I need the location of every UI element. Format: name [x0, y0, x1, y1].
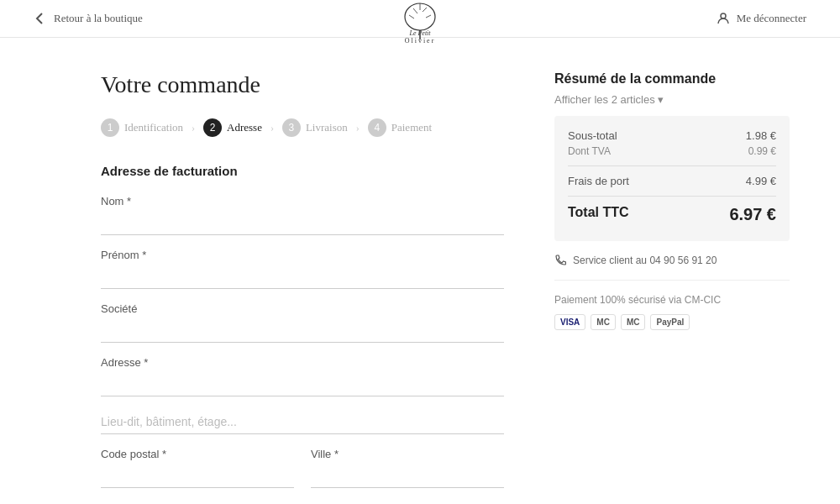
lieudit-input[interactable]	[101, 410, 504, 434]
societe-group: Société	[101, 302, 504, 343]
svg-line-4	[413, 8, 417, 13]
societe-label: Société	[101, 302, 504, 315]
sous-total-row: Sous-total 1.98 €	[568, 129, 776, 142]
step-3-label: Livraison	[306, 121, 348, 134]
step-livraison: 3 Livraison	[282, 118, 348, 137]
ville-label: Ville *	[311, 448, 504, 460]
svg-text:Olivier: Olivier	[405, 37, 436, 44]
dont-tva-label: Dont TVA	[568, 145, 611, 157]
step-paiement: 4 Paiement	[368, 118, 432, 137]
summary-box: Sous-total 1.98 € Dont TVA 0.99 € Frais …	[554, 116, 790, 241]
paypal-icon: PayPal	[650, 314, 690, 330]
adresse-group: Adresse *	[101, 356, 504, 396]
step-2-num: 2	[203, 118, 222, 137]
svg-text:CRÈ & SALON DE PROVENCE: CRÈ & SALON DE PROVENCE	[391, 0, 449, 1]
step-adresse: 2 Adresse	[203, 118, 262, 137]
step-1-num: 1	[101, 118, 119, 137]
payment-icons-row: VISA MC MC PayPal	[554, 314, 790, 330]
step-1-label: Identification	[124, 121, 183, 134]
nom-input[interactable]	[101, 211, 504, 235]
svg-line-5	[423, 8, 427, 12]
service-row: Service client au 04 90 56 91 20	[554, 255, 790, 281]
logo-icon: CRÈ & SALON DE PROVENCE Le Petit Olivier	[391, 0, 449, 44]
step-4-label: Paiement	[391, 121, 432, 134]
summary-divider	[568, 165, 776, 166]
lieudit-group	[101, 410, 504, 434]
service-label: Service client au 04 90 56 91 20	[573, 255, 717, 266]
prenom-label: Prénom *	[101, 249, 504, 261]
dont-tva-value: 0.99 €	[748, 145, 776, 157]
chevron-left-icon	[34, 12, 47, 25]
svg-line-6	[426, 15, 431, 18]
step-3-num: 3	[282, 118, 301, 137]
sous-total-value: 1.98 €	[746, 129, 776, 142]
codepostal-ville-row: Code postal * Ville *	[101, 448, 504, 501]
summary-divider-2	[568, 196, 776, 197]
frais-port-value: 4.99 €	[746, 175, 776, 187]
dont-tva-row: Dont TVA 0.99 €	[568, 145, 776, 157]
total-label: Total TTC	[568, 205, 629, 224]
sous-total-label: Sous-total	[568, 129, 617, 142]
codepostal-group: Code postal *	[101, 448, 294, 488]
step-4-num: 4	[368, 118, 386, 137]
main-content: Votre commande 1 Identification › 2 Adre…	[0, 38, 840, 504]
prenom-group: Prénom *	[101, 249, 504, 289]
svg-line-3	[409, 15, 414, 18]
frais-port-row: Frais de port 4.99 €	[568, 175, 776, 187]
step-sep-1: ›	[192, 122, 195, 134]
nom-label: Nom *	[101, 195, 504, 207]
show-articles-button[interactable]: Afficher les 2 articles ▾	[554, 93, 790, 106]
step-2-label: Adresse	[227, 121, 262, 134]
total-value: 6.97 €	[729, 205, 776, 224]
back-label: Retour à la boutique	[54, 12, 143, 25]
billing-section-title: Adresse de facturation	[101, 164, 504, 178]
page-title: Votre commande	[101, 71, 504, 98]
ville-input[interactable]	[311, 464, 504, 488]
logout-button[interactable]: Me déconnecter	[717, 12, 806, 25]
step-sep-2: ›	[270, 122, 274, 134]
logo: CRÈ & SALON DE PROVENCE Le Petit Olivier	[391, 0, 449, 44]
show-articles-arrow: ▾	[658, 93, 664, 106]
mastercard-icon-2: MC	[621, 314, 646, 330]
payment-secure-label: Paiement 100% sécurisé via CM-CIC	[554, 294, 790, 306]
back-button[interactable]: Retour à la boutique	[34, 12, 143, 25]
adresse-label: Adresse *	[101, 356, 504, 369]
total-row: Total TTC 6.97 €	[568, 205, 776, 224]
mastercard-icon-1: MC	[591, 314, 616, 330]
frais-port-label: Frais de port	[568, 175, 629, 187]
step-sep-3: ›	[356, 122, 360, 134]
prenom-input[interactable]	[101, 265, 504, 289]
summary-title: Résumé de la commande	[554, 71, 790, 87]
phone-icon	[554, 255, 566, 266]
logout-label: Me déconnecter	[737, 12, 806, 25]
svg-text:Le Petit: Le Petit	[408, 29, 431, 37]
steps-nav: 1 Identification › 2 Adresse › 3 Livrais…	[101, 118, 504, 137]
svg-point-10	[721, 13, 726, 18]
codepostal-input[interactable]	[101, 464, 294, 488]
codepostal-label: Code postal *	[101, 448, 294, 460]
visa-icon: VISA	[554, 314, 585, 330]
right-column: Résumé de la commande Afficher les 2 art…	[554, 71, 790, 504]
user-icon	[717, 12, 730, 25]
ville-group: Ville *	[311, 448, 504, 488]
societe-input[interactable]	[101, 318, 504, 343]
nom-group: Nom *	[101, 195, 504, 235]
step-identification: 1 Identification	[101, 118, 183, 137]
left-column: Votre commande 1 Identification › 2 Adre…	[101, 71, 504, 504]
adresse-input[interactable]	[101, 372, 504, 396]
header: Retour à la boutique CRÈ & SALON DE PROV…	[0, 0, 840, 38]
